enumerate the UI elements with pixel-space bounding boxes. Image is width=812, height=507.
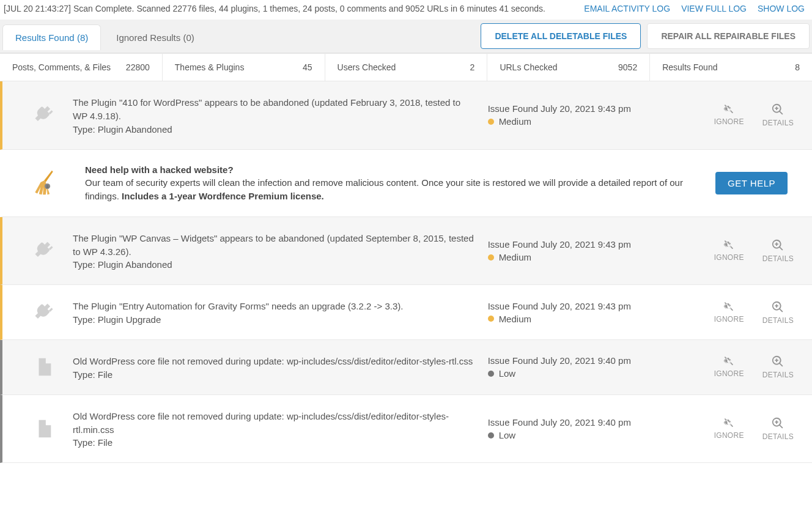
issue-found-date: Issue Found July 20, 2021 9:40 pm [488, 355, 714, 366]
help-bold: Includes a 1-year Wordfence Premium lice… [122, 191, 324, 201]
details-button[interactable]: DETAILS [762, 300, 794, 325]
plugin-icon [15, 103, 73, 127]
stat-value: 8 [795, 62, 800, 72]
action-label: IGNORE [714, 117, 744, 126]
severity-dot-icon [488, 316, 494, 322]
severity-dot-icon [488, 254, 494, 261]
result-type: Type: File [73, 369, 476, 380]
stat-value: 9052 [618, 62, 637, 72]
severity: Medium [488, 252, 714, 262]
issue-found-date: Issue Found July 20, 2021 9:43 pm [488, 301, 714, 311]
ignore-button[interactable]: IGNORE [714, 355, 744, 379]
stat-results: Results Found8 [650, 54, 812, 81]
severity-dot-icon [488, 119, 494, 125]
plugin-icon [15, 301, 73, 324]
stat-posts: Posts, Comments, & Files22800 [0, 54, 163, 81]
details-button[interactable]: DETAILS [762, 355, 794, 379]
stat-label: Results Found [662, 62, 717, 72]
severity-label: Low [499, 368, 516, 379]
action-label: DETAILS [762, 119, 794, 127]
severity-label: Medium [499, 314, 531, 324]
stat-value: 45 [303, 62, 312, 72]
scan-status-text: [JUL 20 21:43:27] Scan Complete. Scanned… [4, 4, 545, 13]
severity-dot-icon [488, 371, 494, 377]
show-log-link[interactable]: SHOW LOG [758, 4, 805, 13]
file-icon [15, 416, 73, 441]
result-type: Type: Plugin Abandoned [73, 259, 476, 270]
tab-results-found[interactable]: Results Found (8) [2, 24, 101, 50]
severity-label: Low [499, 430, 516, 440]
help-banner: Need help with a hacked website? Our tea… [0, 150, 812, 217]
repair-all-button[interactable]: REPAIR ALL REPAIRABLE FILES [647, 23, 810, 49]
broom-icon [15, 169, 73, 196]
plugin-icon [15, 239, 73, 262]
result-type: Type: File [73, 437, 476, 448]
stat-themes: Themes & Plugins45 [163, 54, 325, 81]
result-row: The Plugin "410 for WordPress" appears t… [0, 81, 812, 150]
result-type: Type: Plugin Upgrade [73, 314, 476, 325]
result-title: Old WordPress core file not removed duri… [73, 410, 476, 437]
result-title: The Plugin "WP Canvas – Widgets" appears… [73, 232, 476, 259]
action-label: IGNORE [714, 315, 744, 324]
severity-label: Medium [499, 116, 531, 127]
stat-label: URLs Checked [500, 62, 557, 72]
details-button[interactable]: DETAILS [762, 103, 794, 127]
stat-value: 22800 [126, 62, 150, 72]
file-icon [15, 355, 73, 379]
action-label: IGNORE [714, 253, 744, 262]
action-label: DETAILS [762, 316, 794, 325]
stat-label: Themes & Plugins [175, 62, 245, 72]
stat-label: Posts, Comments, & Files [12, 62, 111, 72]
severity: Low [488, 368, 714, 379]
severity: Low [488, 430, 714, 440]
severity: Medium [488, 116, 714, 127]
result-row: Old WordPress core file not removed duri… [0, 395, 812, 464]
severity-dot-icon [488, 432, 494, 439]
details-button[interactable]: DETAILS [762, 239, 794, 263]
stat-users: Users Checked2 [325, 54, 488, 81]
action-label: DETAILS [762, 254, 794, 263]
stat-label: Users Checked [338, 62, 396, 72]
result-row: The Plugin "WP Canvas – Widgets" appears… [0, 217, 812, 286]
ignore-button[interactable]: IGNORE [714, 416, 744, 441]
view-full-log-link[interactable]: VIEW FULL LOG [681, 4, 747, 13]
result-row: Old WordPress core file not removed duri… [0, 340, 812, 395]
get-help-button[interactable]: GET HELP [715, 172, 788, 194]
details-button[interactable]: DETAILS [762, 416, 794, 441]
result-title: Old WordPress core file not removed duri… [73, 355, 476, 368]
issue-found-date: Issue Found July 20, 2021 9:40 pm [488, 417, 714, 427]
help-title: Need help with a hacked website? [85, 165, 234, 175]
action-label: DETAILS [762, 432, 794, 441]
ignore-button[interactable]: IGNORE [714, 300, 744, 325]
severity: Medium [488, 314, 714, 324]
action-label: IGNORE [714, 431, 744, 440]
action-label: IGNORE [714, 369, 744, 378]
result-title: The Plugin "Entry Automation for Gravity… [73, 300, 476, 313]
result-type: Type: Plugin Abandoned [73, 124, 476, 135]
issue-found-date: Issue Found July 20, 2021 9:43 pm [488, 103, 714, 114]
ignore-button[interactable]: IGNORE [714, 103, 744, 127]
action-label: DETAILS [762, 371, 794, 379]
result-row: The Plugin "Entry Automation for Gravity… [0, 285, 812, 340]
delete-all-button[interactable]: DELETE ALL DELETABLE FILES [481, 23, 641, 49]
stat-urls: URLs Checked9052 [487, 54, 650, 81]
tab-ignored-results[interactable]: Ignored Results (0) [103, 24, 207, 50]
stat-value: 2 [470, 62, 475, 72]
severity-label: Medium [499, 252, 531, 262]
issue-found-date: Issue Found July 20, 2021 9:43 pm [488, 239, 714, 250]
email-activity-log-link[interactable]: EMAIL ACTIVITY LOG [584, 4, 670, 13]
ignore-button[interactable]: IGNORE [714, 239, 744, 263]
result-title: The Plugin "410 for WordPress" appears t… [73, 96, 476, 123]
